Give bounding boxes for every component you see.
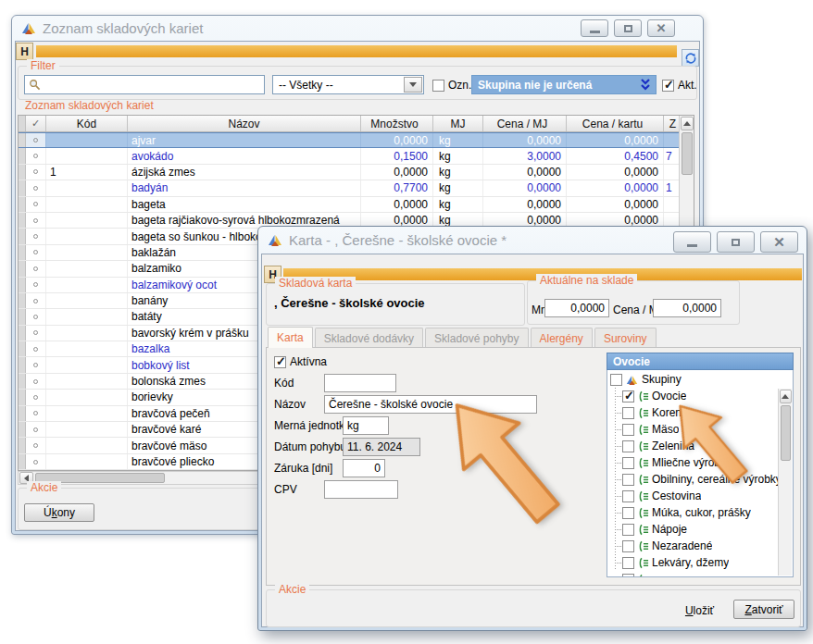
column-nazov[interactable]: Názov	[128, 116, 361, 131]
group-checkbox[interactable]	[622, 440, 634, 452]
scroll-up-button[interactable]	[681, 117, 694, 130]
stock-group-label: Aktuálne na sklade	[536, 274, 637, 287]
minimize-icon	[590, 31, 600, 33]
group-checkbox[interactable]	[622, 507, 634, 519]
tab-alerg-ny[interactable]: Alergény	[531, 328, 593, 348]
cpv-field[interactable]	[324, 480, 398, 499]
zaruka-dni-field[interactable]: 0	[343, 459, 385, 477]
tree-scrollbar[interactable]	[778, 389, 792, 576]
mn-field: 0,0000	[544, 299, 609, 317]
row-marker-icon	[33, 250, 38, 254]
table-row[interactable]: bageta0,0000kg0,00000,0000	[19, 197, 681, 213]
actions-group-label: Akcie	[27, 481, 61, 494]
column-cena-kartu[interactable]: Cena / kartu	[567, 116, 664, 131]
merna-jednotka-field[interactable]: kg	[343, 416, 389, 435]
column-mnozstvo[interactable]: Množstvo	[361, 116, 433, 131]
table-header: ✓ Kód Názov Množstvo MJ Cena / MJ Cena /…	[19, 116, 681, 132]
tab-skladov-dod-vky[interactable]: Skladové dodávky	[315, 328, 423, 348]
list-window-titlebar[interactable]: Zoznam skladových kariet ✕	[12, 16, 703, 41]
tree-root-label: Skupiny	[642, 373, 682, 386]
group-checkbox[interactable]	[622, 474, 634, 486]
scrollbar-thumb[interactable]	[682, 132, 693, 175]
row-marker-icon	[33, 282, 38, 287]
group-checkbox[interactable]	[622, 524, 634, 536]
close-icon: ✕	[773, 235, 785, 249]
help-button[interactable]: H	[16, 43, 33, 60]
chevron-down-icon[interactable]	[404, 77, 422, 93]
list-icon	[637, 524, 649, 536]
group-checkbox[interactable]	[622, 457, 634, 469]
accent-bar	[36, 45, 677, 57]
tree-item[interactable]: Nezaradené	[607, 538, 793, 554]
column-mj[interactable]: MJ	[433, 116, 483, 131]
group-checkbox[interactable]	[622, 540, 634, 552]
card-window-titlebar[interactable]: Karta - , Čerešne - školské ovocie * ✕	[258, 227, 807, 254]
tree-root-skupiny[interactable]: Skupiny	[607, 370, 793, 388]
ukony-button[interactable]: Úkony	[24, 503, 94, 522]
table-row[interactable]: ajvar0,0000kg0,00000,0000	[19, 132, 681, 148]
row-marker-icon	[33, 395, 38, 400]
row-marker-icon	[33, 218, 38, 223]
close-icon: ✕	[657, 22, 667, 34]
list-icon	[637, 424, 649, 436]
minimize-button[interactable]	[673, 231, 711, 253]
kod-field[interactable]	[324, 374, 396, 392]
row-marker-icon	[33, 315, 38, 319]
row-marker-icon	[33, 379, 38, 384]
row-marker-icon	[33, 169, 38, 174]
list-icon	[637, 407, 649, 419]
akt-checkbox[interactable]	[662, 80, 674, 92]
tree-item[interactable]: Lekváry, džemy	[607, 554, 793, 571]
column-check[interactable]: ✓	[26, 116, 46, 131]
maximize-icon	[624, 25, 632, 32]
row-marker-icon	[33, 347, 38, 352]
ulozit-button[interactable]: Uložiť	[674, 601, 725, 619]
tree-item[interactable]: Cestovina	[607, 488, 793, 504]
row-marker-icon	[33, 186, 38, 191]
group-checkbox[interactable]	[622, 390, 634, 402]
scroll-up-button[interactable]	[780, 390, 792, 403]
aktivna-checkbox[interactable]	[274, 356, 286, 368]
tree-item[interactable]: Múka, cukor, prášky	[607, 504, 793, 521]
table-row[interactable]: 1ázijská zmes0,0000kg0,00000,0000	[19, 165, 681, 180]
group-filter-banner[interactable]: Skupina nie je určená	[471, 75, 657, 94]
column-cena-mj[interactable]: Cena / MJ	[483, 116, 567, 131]
maximize-button[interactable]	[614, 19, 642, 37]
scrollbar-thumb[interactable]	[781, 405, 791, 461]
group-checkbox[interactable]	[622, 557, 634, 569]
app-logo-icon	[626, 374, 638, 386]
double-chevron-down-icon[interactable]	[640, 79, 651, 93]
filter-group-label: Filter	[27, 59, 59, 72]
tab-skladov-pohyby[interactable]: Skladové pohyby	[425, 328, 528, 348]
column-kod[interactable]: Kód	[46, 116, 128, 131]
field-label-cpv: CPV	[274, 483, 297, 496]
tree-item[interactable]	[607, 571, 793, 577]
close-button[interactable]: ✕	[760, 231, 798, 253]
field-label-zaruka-dni: Záruka [dni]	[274, 462, 332, 475]
minimize-button[interactable]	[581, 19, 608, 37]
search-input[interactable]	[24, 75, 265, 94]
list-icon	[637, 557, 649, 569]
list-icon	[637, 540, 649, 552]
app-logo-icon	[21, 21, 36, 36]
refresh-button[interactable]	[682, 49, 699, 67]
table-row[interactable]: avokádo0,1500kg3,00000,45007	[19, 148, 681, 164]
datum-pohybu-field[interactable]: 11. 6. 2024	[343, 438, 420, 456]
tree-item[interactable]: Nápoje	[607, 521, 793, 538]
group-checkbox[interactable]	[622, 424, 634, 436]
ozn-checkbox[interactable]	[432, 80, 444, 92]
field-label-kod: Kód	[274, 377, 294, 390]
tab-suroviny[interactable]: Suroviny	[594, 328, 657, 348]
table-row[interactable]: badyán0,7700kg0,00000,00001	[19, 180, 681, 196]
group-checkbox[interactable]	[622, 490, 634, 502]
maximize-button[interactable]	[717, 231, 755, 253]
tree-item-label: Nezaradené	[652, 539, 712, 552]
tab-karta[interactable]: Karta	[268, 327, 313, 348]
group-checkbox[interactable]	[622, 407, 634, 419]
tree-item-label: Ovocie	[652, 390, 686, 402]
skupiny-checkbox[interactable]	[610, 374, 622, 386]
group-checkbox[interactable]	[622, 574, 634, 578]
close-button[interactable]: ✕	[647, 19, 675, 37]
zatvorit-button[interactable]: Zatvoriť	[733, 600, 794, 619]
category-dropdown[interactable]: -- Všetky --	[272, 75, 424, 94]
